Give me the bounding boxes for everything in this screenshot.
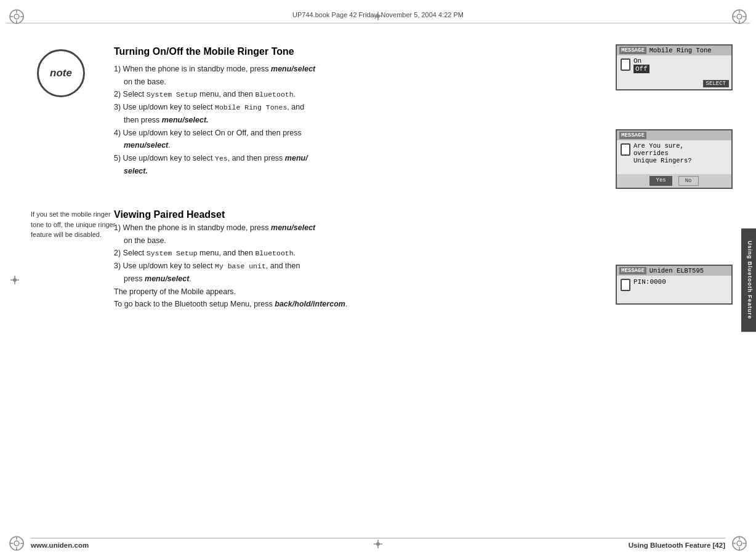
step1-3: 3) Use up/down key to select Mobile Ring… [114, 101, 602, 114]
screen3-header: MESSAGE Uniden ELBT595 [617, 266, 731, 276]
screen2-line2: overrides [633, 150, 692, 157]
footer-left: www.uniden.com [31, 542, 89, 549]
screen1-line2: On [633, 57, 649, 65]
svg-point-7 [737, 14, 742, 19]
svg-point-1 [14, 14, 19, 19]
step1-5: 5) Use up/down key to select Yes, and th… [114, 152, 602, 165]
step2-1b: on the base. [114, 234, 602, 247]
step2-3: 3) Use up/down key to select My base uni… [114, 260, 602, 273]
side-note: If you set the mobile ringer tone to off… [31, 209, 123, 240]
screen3-message-label: MESSAGE [619, 267, 646, 274]
step1-2: 2) Select System Setup menu, and then Bl… [114, 88, 602, 101]
section2-title: Viewing Paired Headset [114, 209, 602, 220]
screen2-yes-btn: Yes [649, 176, 672, 186]
screen3-phone-icon [621, 279, 630, 291]
right-side-tab: Using Bluetooth Feature [741, 228, 756, 332]
screen2-line1: Are You sure, [633, 142, 692, 150]
corner-decoration-br [731, 535, 747, 551]
crosshair-top [374, 12, 382, 20]
screen2-message-label: MESSAGE [619, 132, 646, 139]
corner-decoration-tl [9, 9, 25, 25]
screen2-header: MESSAGE [617, 130, 731, 140]
screen2-buttons: Yes No [617, 174, 731, 188]
section1-steps: 1) When the phone is in standby mode, pr… [114, 63, 602, 178]
screen3: MESSAGE Uniden ELBT595 PIN:0000 [616, 265, 733, 305]
screen2-phone-icon [621, 143, 630, 156]
screen1-select-btn: SELECT [703, 80, 729, 87]
footer: www.uniden.com Using Bluetooth Feature [… [31, 538, 725, 549]
screen1-line3: Off [633, 65, 649, 73]
note-circle: note [37, 49, 85, 97]
step1-1b: on the base. [114, 76, 602, 89]
screen2-no-btn: No [678, 176, 699, 186]
screen2: MESSAGE Are You sure, overrides Unique R… [616, 129, 733, 189]
step2-2: 2) Select System Setup menu, and then Bl… [114, 247, 602, 260]
section1-title: Turning On/Off the Mobile Ringer Tone [114, 46, 602, 57]
screen1-message-label: MESSAGE [619, 47, 646, 54]
step1-4b: menu/select. [114, 139, 602, 152]
step1-3b: then press menu/select. [114, 114, 602, 127]
step2-4: The property of the Mobile appears. [114, 286, 602, 298]
step1-1: 1) When the phone is in standby mode, pr… [114, 63, 602, 76]
screen3-line1: Uniden ELBT595 [649, 267, 704, 274]
screen2-line3: Unique Ringers? [633, 157, 692, 164]
step1-5b: select. [114, 165, 602, 178]
screen1-header: MESSAGE Mobile Ring Tone [617, 46, 731, 55]
svg-point-19 [737, 541, 742, 546]
step2-1: 1) When the phone is in standby mode, pr… [114, 222, 602, 234]
corner-decoration-tr [731, 9, 747, 25]
step1-4: 4) Use up/down key to select On or Off, … [114, 127, 602, 140]
screen3-line2: PIN:0000 [633, 278, 666, 286]
svg-point-13 [14, 541, 19, 546]
screen2-body: Are You sure, overrides Unique Ringers? [617, 140, 731, 174]
footer-right: Using Bluetooth Feature [42] [629, 542, 725, 549]
screen1-title-text: Mobile Ring Tone [649, 47, 712, 54]
screen1: MESSAGE Mobile Ring Tone On Off SELECT [616, 44, 733, 90]
screen1-phone-icon: On Off [621, 57, 728, 73]
step2-3b: press menu/select. [114, 273, 602, 286]
step2-5: To go back to the Bluetooth setup Menu, … [114, 298, 602, 311]
section2-steps: 1) When the phone is in standby mode, pr… [114, 222, 602, 311]
screen1-body: On Off SELECT [617, 55, 731, 89]
screen3-body: PIN:0000 [617, 276, 731, 303]
crosshair-left [10, 276, 19, 284]
corner-decoration-bl [9, 535, 25, 551]
